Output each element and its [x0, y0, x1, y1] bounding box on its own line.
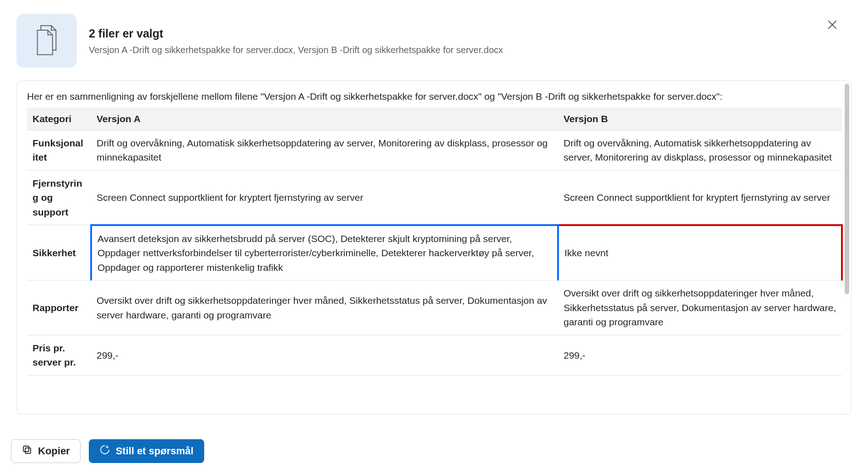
row-category: Rapporter [27, 280, 91, 335]
row-category: Funksjonalitet [27, 130, 91, 170]
col-header-version-a: Versjon A [91, 108, 558, 130]
intro-text: Her er en sammenligning av forskjellene … [27, 89, 841, 104]
sparkle-chat-icon [99, 444, 110, 458]
row-version-a: 299,- [91, 335, 558, 375]
comparison-table: Kategori Versjon A Versjon B Funksjonali… [27, 108, 843, 376]
col-header-category: Kategori [27, 108, 91, 130]
comparison-panel: Her er en sammenligning av forskjellene … [16, 81, 852, 415]
file-selection-header: 2 filer er valgt Versjon A -Drift og sik… [16, 14, 852, 68]
row-version-b: Drift og overvåkning, Automatisk sikkerh… [558, 130, 842, 170]
files-icon [16, 14, 77, 68]
header-subtitle: Versjon A -Drift og sikkerhetspakke for … [89, 43, 852, 56]
table-row: Fjernstyring og supportScreen Connect su… [27, 170, 842, 225]
table-header-row: Kategori Versjon A Versjon B [27, 108, 842, 130]
row-category: Pris pr. server pr. [27, 335, 91, 375]
row-category: Fjernstyring og support [27, 170, 91, 225]
row-category: Sikkerhet [27, 225, 91, 280]
table-row: FunksjonalitetDrift og overvåkning, Auto… [27, 130, 842, 170]
row-version-a: Avansert deteksjon av sikkerhetsbrudd på… [91, 225, 558, 280]
copy-button-label: Kopier [38, 445, 70, 457]
action-bar: Kopier Still et spørsmål [11, 439, 204, 463]
row-version-a: Oversikt over drift og sikkerhetsoppdate… [91, 280, 558, 335]
scrollbar[interactable] [845, 84, 849, 294]
table-row: SikkerhetAvansert deteksjon av sikkerhet… [27, 225, 842, 280]
ask-question-button-label: Still et spørsmål [116, 445, 194, 457]
svg-rect-0 [25, 448, 31, 453]
row-version-b: Ikke nevnt [558, 225, 842, 280]
svg-rect-1 [23, 446, 29, 452]
table-row: Pris pr. server pr.299,-299,- [27, 335, 842, 375]
row-version-b: Screen Connect supportklient for krypter… [558, 170, 842, 225]
table-row: RapporterOversikt over drift og sikkerhe… [27, 280, 842, 335]
header-title: 2 filer er valgt [89, 26, 852, 42]
row-version-a: Drift og overvåkning, Automatisk sikkerh… [91, 130, 558, 170]
row-version-b: Oversikt over drift og sikkerhetsoppdate… [558, 280, 842, 335]
copy-button[interactable]: Kopier [11, 439, 81, 463]
row-version-a: Screen Connect supportklient for krypter… [91, 170, 558, 225]
col-header-version-b: Versjon B [558, 108, 842, 130]
close-button[interactable] [824, 16, 841, 33]
copy-icon [22, 444, 33, 458]
ask-question-button[interactable]: Still et spørsmål [89, 439, 204, 463]
row-version-b: 299,- [558, 335, 842, 375]
